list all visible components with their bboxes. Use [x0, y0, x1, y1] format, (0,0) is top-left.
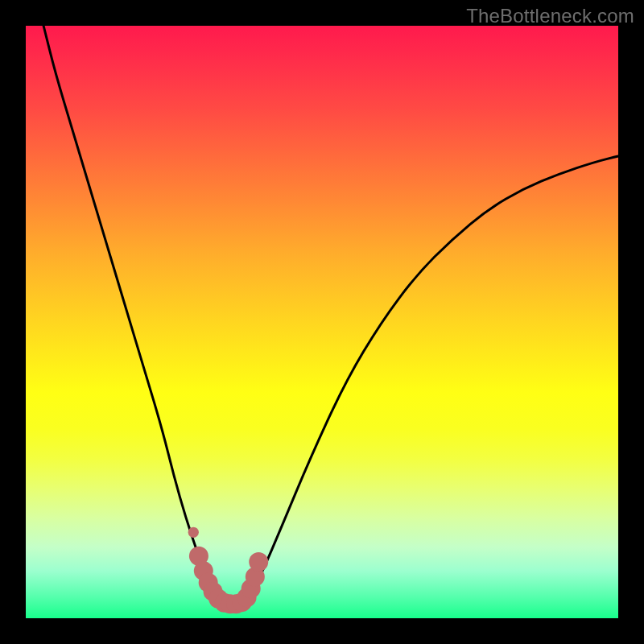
chart-svg — [26, 26, 618, 618]
bottleneck-curve-path — [43, 26, 618, 606]
watermark-text: TheBottleneck.com — [466, 5, 634, 27]
plot-area — [26, 26, 618, 618]
marker-dots-group — [188, 527, 269, 614]
chart-frame: TheBottleneck.com — [0, 0, 644, 644]
curve-line-group — [43, 26, 618, 606]
marker-dot-isolated — [188, 527, 199, 538]
marker-dot — [249, 552, 268, 572]
